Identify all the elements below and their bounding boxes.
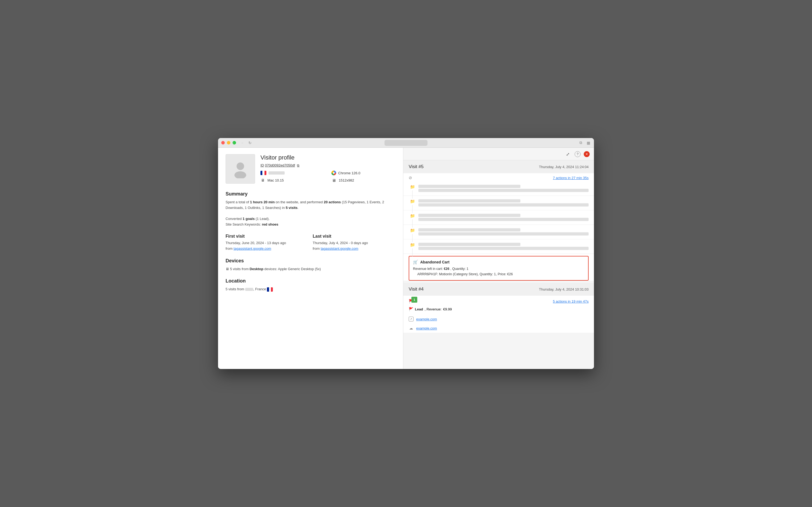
visit5-row-1-body (416, 184, 589, 193)
close-panel-button[interactable]: ✕ (584, 151, 590, 157)
summary-text: Spent a total of 1 hours 20 min on the w… (226, 200, 396, 227)
goals-count: 1 goals (243, 217, 255, 221)
visit4-section: Visit #4 Thursday, July 4, 2024 10:31:03… (403, 283, 594, 333)
panel-header: ⤢ ? ✕ (403, 148, 594, 160)
first-visit-block: First visit Thursday, June 20, 2024 - 13… (226, 234, 308, 251)
visit5-row-1: 📁 (403, 181, 594, 196)
page-icon-3: 📁 (409, 213, 416, 218)
visit5-section: Visit #5 Thursday, July 4, 2024 11:24:04… (403, 160, 594, 281)
visit5-date: Thursday, July 4, 2024 11:24:04 (539, 165, 589, 169)
visit5-actions-link[interactable]: 7 actions in 27 min 35s (553, 176, 589, 180)
window-sidebar-icon[interactable]: ▦ (586, 140, 591, 145)
link-row-2: ☁ example.com (403, 324, 594, 333)
blurred-text-5a (418, 243, 520, 246)
summary-time: 1 hours 20 min (250, 200, 275, 204)
last-visit-block: Last visit Thursday, July 4, 2024 - 0 da… (313, 234, 396, 251)
minimize-window-button[interactable] (227, 141, 230, 145)
screen-meta: 🖥 1512x982 (331, 177, 396, 183)
visit5-row-3: 📁 (403, 210, 594, 225)
lead-revenue: €9.99 (443, 307, 452, 311)
visit5-content: ⊘ 7 actions in 27 min 35s 📁 📁 (403, 173, 594, 281)
titlebar-right-controls: ⧉ ▦ (578, 140, 591, 145)
cart-revenue: €26 (444, 267, 450, 271)
last-visit-source[interactable]: tagassistant.google.com (321, 246, 358, 250)
profile-meta: Chrome 126.0 🖥 Mac 10.15 🖥 1512x982 (260, 171, 396, 183)
window-tile-icon[interactable]: ⧉ (578, 140, 583, 145)
cart-quantity: 1 (466, 267, 468, 271)
location-heading: Location (226, 278, 396, 284)
close-window-button[interactable] (221, 141, 225, 145)
visit-dates-section: First visit Thursday, June 20, 2024 - 13… (226, 234, 396, 251)
blurred-text-4a (418, 228, 520, 231)
last-visit-date: Thursday, July 4, 2024 (313, 241, 348, 245)
devices-heading: Devices (226, 258, 396, 264)
expand-button[interactable]: ⤢ (564, 150, 571, 158)
lead-comma: , Revenue: (424, 307, 442, 311)
avatar (226, 154, 255, 184)
profile-header: Visitor profile ID 070d0092ed7050df ⧉ (226, 154, 396, 184)
chrome-icon (331, 171, 336, 175)
left-panel: Visitor profile ID 070d0092ed7050df ⧉ (218, 148, 403, 369)
url-bar[interactable] (385, 140, 427, 146)
device-type: Desktop (250, 267, 264, 271)
devices-section: Devices 🖥 5 visits from Desktop devices:… (226, 258, 396, 272)
first-visit-text: Thursday, June 20, 2024 - 13 days ago fr… (226, 240, 308, 251)
id-value[interactable]: 070d0092ed7050df (265, 163, 295, 167)
country-meta (260, 171, 325, 175)
right-panel: ⤢ ? ✕ Visit #5 Thursday, July 4, 2024 11… (403, 148, 594, 369)
os-meta: 🖥 Mac 10.15 (260, 177, 325, 183)
blurred-text-2b (418, 203, 589, 207)
profile-id: ID 070d0092ed7050df ⧉ (260, 163, 396, 167)
last-visit-text: Thursday, July 4, 2024 - 0 days ago from… (313, 240, 396, 251)
link-2[interactable]: example.com (416, 326, 437, 330)
country-blurred (269, 171, 285, 175)
blurred-text-2a (418, 199, 520, 203)
visit4-actions-link[interactable]: 5 actions in 19 min 47s (553, 299, 589, 303)
link-row-1: ↗ example.com (403, 315, 594, 324)
goals-detail: (1 Lead). (254, 217, 270, 221)
no-actions-icon: ⊘ (409, 175, 412, 180)
copy-icon[interactable]: ⧉ (297, 164, 299, 167)
profile-info: Visitor profile ID 070d0092ed7050df ⧉ (260, 154, 396, 183)
first-visit-source[interactable]: tagassistant.google.com (234, 246, 271, 250)
content-area: Visitor profile ID 070d0092ed7050df ⧉ (218, 148, 594, 369)
last-visit-ago: 0 days ago (351, 241, 368, 245)
summary-section: Summary Spent a total of 1 hours 20 min … (226, 191, 396, 227)
summary-heading: Summary (226, 191, 396, 197)
search-label: Site Search Keywords: (226, 222, 262, 226)
forward-button[interactable]: → (239, 140, 244, 145)
visit5-row-2: 📁 (403, 196, 594, 210)
back-button[interactable]: ← (231, 140, 236, 145)
visit5-row-5: 📁 (403, 239, 594, 254)
blurred-text-1a (418, 185, 520, 188)
blurred-text-3b (418, 218, 589, 221)
blurred-text-4b (418, 232, 589, 235)
svg-point-1 (234, 171, 246, 178)
summary-mid: on the website, and performed (275, 200, 324, 204)
help-button[interactable]: ? (575, 151, 581, 157)
search-value: red shoes (262, 222, 278, 226)
monitor-icon: 🖥 (331, 177, 337, 183)
browser-meta: Chrome 126.0 (331, 171, 396, 175)
summary-visits: 5 visits (286, 206, 297, 210)
visit4-header: Visit #4 Thursday, July 4, 2024 10:31:03 (403, 283, 594, 296)
refresh-button[interactable]: ↻ (247, 140, 252, 145)
location-country: , France (253, 287, 267, 291)
blurred-text-5b (418, 247, 589, 250)
page-icon-1: 📁 (409, 184, 416, 189)
devices-icon: 🖥 (226, 267, 230, 271)
os-label: Mac 10.15 (268, 178, 284, 182)
link-1[interactable]: example.com (416, 317, 437, 321)
main-window: ← → ↻ ⧉ ▦ Visitor profile (218, 138, 594, 369)
visit5-title: Visit #5 (409, 164, 423, 169)
visit4-date: Thursday, July 4, 2024 10:31:03 (539, 287, 589, 291)
last-visit-heading: Last visit (313, 234, 396, 239)
device-detail: devices: Apple Generic Desktop (5x) (264, 267, 321, 271)
summary-intro: Spent a total of (226, 200, 250, 204)
titlebar: ← → ↻ ⧉ ▦ (218, 138, 594, 148)
devices-intro: 5 visits from (230, 267, 250, 271)
location-flag-icon (267, 287, 273, 292)
lead-badge: 1 (411, 297, 417, 303)
lead-label: Lead (415, 307, 423, 311)
location-text: 5 visits from , France (226, 287, 396, 292)
